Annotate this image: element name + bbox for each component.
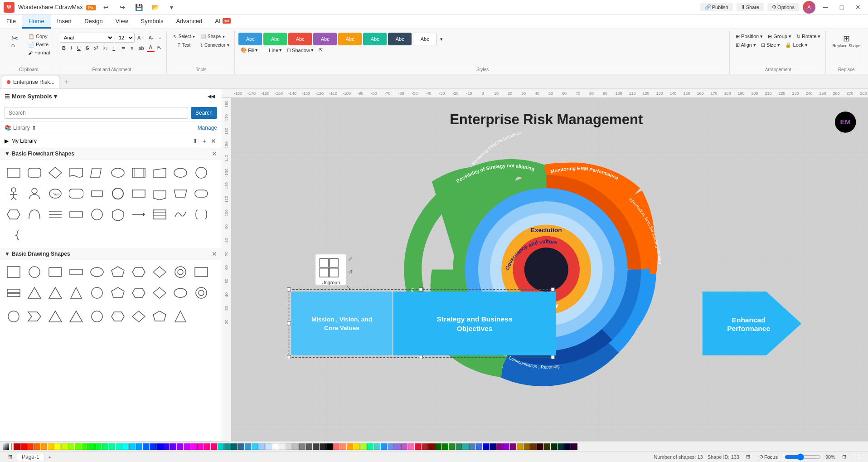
menu-home[interactable]: Home xyxy=(22,15,51,29)
shape-circle2[interactable] xyxy=(87,204,107,224)
color-swatch[interactable] xyxy=(517,443,523,450)
color-swatch[interactable] xyxy=(340,443,346,450)
shape-brace[interactable] xyxy=(4,225,24,245)
page-1-tab[interactable]: Page-1 xyxy=(17,453,44,461)
draw-triangle3[interactable] xyxy=(66,283,86,303)
my-library-row[interactable]: ▶ My Library ⬆ + ✕ xyxy=(0,134,222,148)
color-swatch[interactable] xyxy=(449,443,455,450)
font-size-select[interactable]: 12 xyxy=(115,33,135,43)
color-swatch[interactable] xyxy=(415,443,421,450)
color-swatch[interactable] xyxy=(68,443,74,450)
decrease-indent-button[interactable]: ab xyxy=(136,44,146,52)
color-swatch[interactable] xyxy=(388,443,394,450)
color-swatch[interactable] xyxy=(394,443,401,450)
draw-square[interactable] xyxy=(4,262,24,282)
style-shape-3[interactable]: Abc xyxy=(288,33,312,45)
color-swatch[interactable] xyxy=(109,443,115,450)
library-import-button[interactable]: ⬆ xyxy=(192,136,199,146)
draw-ellipse2[interactable] xyxy=(170,283,190,303)
color-swatch[interactable] xyxy=(238,443,244,450)
draw-diamond3[interactable] xyxy=(129,306,149,326)
open-button[interactable]: 📂 xyxy=(149,3,161,12)
color-swatch[interactable] xyxy=(442,443,448,450)
cut-button[interactable]: ✂ Cut xyxy=(5,33,24,50)
color-swatch[interactable] xyxy=(265,443,272,450)
lock-button[interactable]: 🔒 Lock ▾ xyxy=(783,41,810,49)
line-button[interactable]: — Line ▾ xyxy=(261,46,284,54)
draw-circle[interactable] xyxy=(24,262,44,282)
color-swatch[interactable] xyxy=(48,443,54,450)
flowchart-close-button[interactable]: ✕ xyxy=(212,150,217,157)
strikethrough-button[interactable]: S xyxy=(83,44,91,52)
color-swatch[interactable] xyxy=(258,443,265,450)
color-swatch[interactable] xyxy=(88,443,95,450)
color-swatch[interactable] xyxy=(197,443,204,450)
shape-curve[interactable] xyxy=(170,204,190,224)
draw-rect3[interactable] xyxy=(191,262,211,282)
color-swatch[interactable] xyxy=(95,443,102,450)
shape-list[interactable] xyxy=(150,204,170,224)
shape-ellipse[interactable] xyxy=(108,163,128,183)
superscript-button[interactable]: x² xyxy=(92,44,100,52)
shape-rect-sm[interactable] xyxy=(87,184,107,204)
group-button[interactable]: ⊞ Group ▾ xyxy=(766,33,794,40)
center-box[interactable] xyxy=(393,292,556,355)
color-swatch[interactable] xyxy=(333,443,339,450)
manage-button[interactable]: Manage xyxy=(198,125,217,131)
draw-annulus[interactable] xyxy=(170,262,190,282)
color-swatch[interactable] xyxy=(75,443,81,450)
replace-shape-button[interactable]: ⊞ Replace Shape xyxy=(829,33,863,50)
drawing-close-button[interactable]: ✕ xyxy=(212,250,217,258)
draw-diamond2[interactable] xyxy=(150,283,170,303)
menu-insert[interactable]: Insert xyxy=(51,15,78,29)
shadow-button[interactable]: ◻ Shadow ▾ xyxy=(285,46,316,54)
decrease-font-button[interactable]: A- xyxy=(146,34,156,41)
draw-tri2[interactable] xyxy=(45,306,65,326)
menu-design[interactable]: Design xyxy=(78,15,109,29)
fit-page-button[interactable]: ⊞ xyxy=(744,453,752,461)
add-page-button[interactable]: + xyxy=(46,453,53,461)
shape-user[interactable] xyxy=(24,184,44,204)
color-swatch[interactable] xyxy=(483,443,489,450)
color-swatch[interactable] xyxy=(306,443,312,450)
shape-rounded-rect[interactable] xyxy=(24,163,44,183)
close-button[interactable]: ✕ xyxy=(852,3,864,12)
color-swatch[interactable] xyxy=(20,443,27,450)
styles-more-button[interactable]: ▾ xyxy=(438,35,445,43)
shape-circle-lg[interactable] xyxy=(108,184,128,204)
tab-enterprise-risk[interactable]: Enterprise Risk... xyxy=(2,76,59,88)
color-swatch[interactable] xyxy=(476,443,482,450)
draw-pentagon[interactable] xyxy=(108,262,128,282)
shape-decision[interactable]: Yes xyxy=(45,184,65,204)
style-shape-7[interactable]: Abc xyxy=(388,33,412,45)
draw-penta2[interactable] xyxy=(150,306,170,326)
shape-diamond[interactable] xyxy=(45,163,65,183)
color-swatch[interactable] xyxy=(299,443,305,450)
draw-hex2[interactable] xyxy=(129,283,149,303)
page-list-button[interactable]: ⊞ xyxy=(5,453,15,461)
format-painter-button[interactable]: 🖌 Format xyxy=(25,49,53,56)
numbered-list-button[interactable]: ≡ xyxy=(128,44,136,52)
fullscreen-button[interactable]: ⛶ xyxy=(853,453,863,461)
shape-person[interactable] xyxy=(4,184,24,204)
color-picker-button[interactable] xyxy=(3,443,9,450)
expand-font-button[interactable]: ⇱ xyxy=(155,44,164,52)
shape-shield[interactable] xyxy=(108,204,128,224)
shape-bracket[interactable] xyxy=(191,204,211,224)
color-swatch[interactable] xyxy=(41,443,47,450)
connector-button[interactable]: ⤵ Connector ▾ xyxy=(198,41,232,49)
color-swatch[interactable] xyxy=(530,443,537,450)
color-swatch[interactable] xyxy=(462,443,469,450)
position-button[interactable]: ⊞ Position ▾ xyxy=(733,33,765,40)
color-swatch[interactable] xyxy=(190,443,197,450)
color-swatch[interactable] xyxy=(456,443,462,450)
color-swatch[interactable] xyxy=(571,443,577,450)
undo-button[interactable]: ↩ xyxy=(100,3,112,12)
minimize-button[interactable]: ─ xyxy=(819,3,832,12)
color-swatch[interactable] xyxy=(204,443,210,450)
color-swatch[interactable] xyxy=(374,443,380,450)
color-swatch[interactable] xyxy=(408,443,414,450)
fit-window-button[interactable]: ⊡ xyxy=(840,453,849,461)
shape-trapezoid[interactable] xyxy=(170,184,190,204)
color-swatch[interactable] xyxy=(122,443,129,450)
